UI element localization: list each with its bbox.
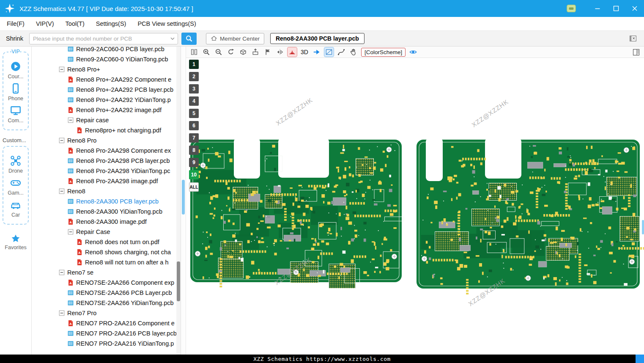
tree-item[interactable]: AReno8 will not turn on after a h xyxy=(32,257,181,267)
menu-vip[interactable]: VIP(V) xyxy=(36,20,54,27)
rail-item-phone[interactable]: Phone xyxy=(8,83,24,102)
layer-button-10[interactable]: 10 xyxy=(189,170,199,179)
tree-folder[interactable]: Reno8 Pro+ xyxy=(32,64,181,74)
tree-folder[interactable]: Repair Case xyxy=(32,227,181,237)
tree-item[interactable]: AReno8 Pro-2AA298 image.pdf xyxy=(32,176,181,186)
rail-item-computer[interactable]: Com... xyxy=(8,105,24,124)
tree-item[interactable]: RENO7 PRO-2AA216 YiDianTong.p xyxy=(32,338,181,349)
minimize-button[interactable] xyxy=(588,0,607,17)
tree-item[interactable]: Reno8 Pro+-2AA292 YiDianTong.p xyxy=(32,95,181,105)
tree-item[interactable]: AReno8 Pro-2AA298 Component ex xyxy=(32,146,181,156)
rail-item-courses[interactable]: Cour... xyxy=(8,61,24,80)
tree-item[interactable]: AReno8 Pro+-2AA292 Component e xyxy=(32,74,181,85)
zoom-out-button[interactable] xyxy=(214,47,223,57)
splitter-handle[interactable] xyxy=(182,180,185,214)
tab-active-pcb[interactable]: Reno8-2AA300 PCB layer.pcb xyxy=(270,33,364,44)
layer-button-all[interactable]: ALL xyxy=(189,182,199,192)
layer-button-2[interactable]: 2 xyxy=(189,72,199,81)
tree-item[interactable]: ARENO7SE-2AA266 Component exp xyxy=(32,278,181,288)
layer-button-1[interactable]: 1 xyxy=(189,60,199,69)
pan-hand-button[interactable] xyxy=(349,47,358,57)
tree-item[interactable]: Reno9-2AC060-0 PCB layer.pcb xyxy=(32,47,181,54)
visibility-eye-button[interactable] xyxy=(408,47,418,57)
rotate-view-button[interactable] xyxy=(226,47,236,57)
menu-settings[interactable]: Settings(S) xyxy=(96,20,126,27)
tree-item[interactable]: AReno8-2AA300 image.pdf xyxy=(32,217,181,227)
tree-item[interactable]: AReno8 does not turn on.pdf xyxy=(32,237,181,247)
collapse-icon xyxy=(67,117,74,124)
member-center-button[interactable]: Member Center xyxy=(206,33,264,44)
close-button[interactable] xyxy=(625,0,644,17)
layer-button-3[interactable]: 3 xyxy=(189,84,199,94)
flip-horizontal-button[interactable] xyxy=(275,47,285,57)
panel-splitter[interactable] xyxy=(181,47,186,355)
vip-badge-icon[interactable] xyxy=(566,3,576,14)
tree-item[interactable]: RENO7SE-2AA266 PCB Layer.pcb xyxy=(32,288,181,298)
tree-folder[interactable]: Repair case xyxy=(32,115,181,125)
tree-scrollbar[interactable] xyxy=(176,47,181,355)
menu-tool[interactable]: Tool(T) xyxy=(66,20,85,27)
tree-item[interactable]: AReno8 shows charging, not cha xyxy=(32,247,181,257)
tree-item-label: Repair Case xyxy=(76,228,110,235)
viewer-toolbar-right xyxy=(631,47,641,57)
menu-file[interactable]: File(F) xyxy=(7,20,25,27)
tree-item[interactable]: AReno8 Pro+-2AA292 image.pdf xyxy=(32,105,181,115)
tree-item[interactable]: Reno9-2AC060-0 YiDianTong.pcb xyxy=(32,54,181,64)
tree-item[interactable]: RENO7SE-2AA266 YiDianTong.pcb xyxy=(32,298,181,308)
tree-item-label: RENO7SE-2AA266 Component exp xyxy=(76,279,174,286)
tree-item[interactable]: AReno8pro+ not charging.pdf xyxy=(32,125,181,135)
mode-3d-button[interactable]: 3D xyxy=(300,49,309,55)
rail-item-car[interactable]: Car xyxy=(8,199,24,218)
maximize-button[interactable] xyxy=(607,0,625,17)
canvas-scrollbar[interactable] xyxy=(642,220,644,234)
rail-item-favorites[interactable]: Favorites xyxy=(5,234,26,250)
tree-item-label: Reno8 Pro xyxy=(67,137,96,144)
color-scheme-button[interactable]: [ColorScheme] xyxy=(361,48,406,57)
tree-item[interactable]: Reno8-2AA300 PCB layer.pcb xyxy=(32,196,181,206)
search-box xyxy=(29,33,178,44)
layer-button-9[interactable]: 9 xyxy=(189,158,199,167)
measure-curve-button[interactable] xyxy=(337,47,346,57)
tree-item[interactable]: Reno8 Pro+-2AA292 PCB layer.pcb xyxy=(32,85,181,95)
chevron-down-icon[interactable] xyxy=(169,35,176,42)
tree-folder[interactable]: Reno8 Pro xyxy=(32,135,181,146)
resize-grip[interactable] xyxy=(636,355,644,363)
rail-item-game[interactable]: Gam... xyxy=(8,177,24,196)
screenshot-icon xyxy=(325,48,333,56)
layer-button-8[interactable]: 8 xyxy=(189,146,199,155)
tree-item[interactable]: ARENO7 PRO-2AA216 Component e xyxy=(32,318,181,328)
tree-item-label: Reno8 does not turn on.pdf xyxy=(85,239,159,245)
layer-panel-button[interactable] xyxy=(631,47,641,57)
split-view-button[interactable] xyxy=(189,47,199,57)
tree-scrollbar-thumb[interactable] xyxy=(177,261,180,301)
layer-button-5[interactable]: 5 xyxy=(189,109,199,118)
jump-arrow-button[interactable] xyxy=(312,47,321,57)
close-panel-icon[interactable] xyxy=(628,33,638,44)
layer-button-4[interactable]: 4 xyxy=(189,96,199,106)
tree-item[interactable]: Reno8-2AA300 YiDianTong.pcb xyxy=(32,206,181,217)
statusbar: XZZ Schematics https://www.xzztools.com xyxy=(0,355,644,363)
tree-folder[interactable]: Reno7 Pro xyxy=(32,308,181,318)
svg-text:A: A xyxy=(69,322,72,326)
search-input[interactable] xyxy=(33,36,169,42)
rail-item-drone[interactable]: Drone xyxy=(8,155,24,174)
search-button[interactable] xyxy=(181,33,197,45)
probe-flag-button[interactable] xyxy=(263,47,272,57)
menu-pcb-view-settings[interactable]: PCB View settings(S) xyxy=(137,20,196,27)
tree-item-label: Reno8-2AA300 PCB layer.pcb xyxy=(76,198,159,205)
export-board-button[interactable] xyxy=(251,47,260,57)
tree-item-label: Reno7 se xyxy=(67,269,93,276)
pcb-canvas[interactable]: 12345678910ALL XZZ@XZZHKXZZ@XZZHKXZZ@XZZ… xyxy=(186,58,644,355)
shrink-button[interactable]: Shrink xyxy=(3,34,26,43)
tree-item[interactable]: Reno8 Pro-2AA298 YiDianTong.pc xyxy=(32,166,181,176)
diode-mode-button[interactable] xyxy=(288,47,297,57)
tree-folder[interactable]: Reno8 xyxy=(32,186,181,196)
layer-button-7[interactable]: 7 xyxy=(189,133,199,143)
zoom-in-button[interactable] xyxy=(202,47,211,57)
screenshot-button[interactable] xyxy=(324,47,334,57)
tree-item[interactable]: RENO7 PRO-2AA216 PCB layer.pcb xyxy=(32,328,181,338)
tree-folder[interactable]: Reno7 se xyxy=(32,267,181,278)
tree-item[interactable]: Reno8 Pro-2AA298 PCB layer.pcb xyxy=(32,156,181,166)
layer-button-6[interactable]: 6 xyxy=(189,121,199,130)
component-box-button[interactable] xyxy=(238,47,248,57)
